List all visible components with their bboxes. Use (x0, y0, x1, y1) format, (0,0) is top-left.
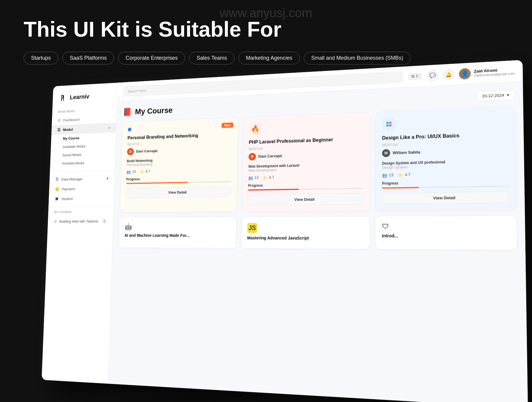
view-detail-button[interactable]: View Detail (126, 186, 231, 198)
dashboard-icon: ⊙ (58, 118, 61, 122)
progress-bar (382, 186, 509, 189)
chevron-down-icon: ▾ (108, 126, 110, 130)
date-picker[interactable]: 20-12-2024 ▾ (476, 90, 515, 101)
sidebar-divider-2 (48, 206, 113, 207)
tag-pill[interactable]: Startups (24, 52, 58, 64)
svg-point-3 (389, 124, 391, 127)
card-stats: 👥 13 ⭐ 4.7 (248, 173, 364, 180)
tag-pill[interactable]: Corporate Enterprises (118, 52, 185, 64)
my-course-section-label: My Course (48, 210, 113, 214)
sidebar-course-tailwind[interactable]: ≋ Building Web with Tailwind + (48, 215, 113, 227)
users-icon: 👥 (248, 175, 253, 180)
sidebar-item-label: Payment (62, 187, 75, 191)
students-stat: 👥 13 (126, 169, 136, 174)
progress-bar (248, 188, 363, 191)
star-icon: ⭐ (140, 169, 144, 174)
sidebar-item-label: Student (61, 197, 73, 201)
progress-bar (126, 181, 231, 184)
bottom-cards: 🤖 AI and Machine Learning Made For... JS… (119, 215, 517, 250)
course-card-3: Design Like a Pro: UI/UX Basics Mentor W… (375, 106, 517, 211)
js-icon: JS (247, 223, 257, 233)
tag-pill[interactable]: SaaS Platforms (62, 52, 114, 64)
rating-value: 4.7 (269, 175, 274, 179)
rating-stat: ⭐ 4.7 (262, 175, 274, 180)
rating-stat: ⭐ 4.7 (140, 169, 150, 174)
progress-label: Progress (248, 182, 363, 188)
modul-icon: ☰ (57, 128, 61, 132)
shortcut-icon: ⌘ (411, 74, 415, 79)
rating-value: 4.7 (405, 172, 411, 177)
tag-pill[interactable]: Sales Teams (189, 52, 234, 64)
blue-dot (128, 127, 132, 131)
user-text: Zaid Alrumi Zaidrumlone@gmail.com (474, 67, 515, 77)
mentor-row: W William Sabila (382, 146, 509, 157)
students-count: 13 (389, 173, 393, 177)
mockup-container: Learniv Main Menu ⊙ Dashboard ☰ Modul ▾ … (42, 60, 528, 402)
logo-area: Learniv (52, 90, 117, 111)
student-icon: 🎓 (55, 197, 59, 201)
students-stat: 👥 13 (248, 175, 259, 180)
data-manager-icon: 🗄 (55, 177, 59, 181)
shortcut-label: F (416, 74, 419, 78)
date-value: 20-12-2024 (482, 93, 504, 98)
rating-stat: ⭐ 4.7 (398, 172, 411, 177)
page-title-row: 📕 My Course (123, 106, 173, 117)
star-icon: ⭐ (398, 172, 403, 177)
chevron-down-icon: ▾ (106, 176, 108, 181)
content-area: 📕 My Course 20-12-2024 ▾ New (108, 82, 528, 402)
svg-rect-1 (389, 121, 391, 124)
ai-icon: 🤖 (125, 223, 231, 231)
sidebar-item-student[interactable]: 🎓 Student (49, 193, 114, 204)
sidebar-divider (50, 170, 115, 171)
mentor-row: D Dani Carvajal (127, 145, 232, 155)
sidebar-item-payment[interactable]: 🪙 Payment (49, 183, 114, 194)
page-title: My Course (135, 106, 173, 116)
users-icon: 👥 (382, 173, 387, 178)
topbar-actions: 💬 🔔 👤 Zaid Alrumi Zaidrumlone@gmail.com (427, 66, 515, 81)
sidebar-sub-archived[interactable]: Archived Modul (62, 158, 115, 168)
mentor-avatar: D (127, 148, 134, 155)
mentor-row: D Dani Carvajal (249, 150, 364, 161)
logo-svg (59, 93, 68, 103)
avatar: 👤 (459, 68, 471, 80)
course-card-1: New Personal Branding and Networking Men… (120, 117, 238, 212)
card-category: Design System and UX profesional Design … (382, 158, 509, 170)
sidebar-submenu: My Course Available Modul Saved Modul Ar… (50, 132, 116, 168)
new-badge: New (222, 122, 233, 128)
user-info[interactable]: 👤 Zaid Alrumi Zaidrumlone@gmail.com (459, 66, 515, 80)
mentor-avatar: D (249, 153, 256, 161)
card-title: Mastering Advanced JavaScript (247, 235, 363, 241)
plus-icon[interactable]: + (102, 218, 107, 224)
card-title: AI and Machine Learning Made For... (124, 233, 230, 238)
sidebar: Learniv Main Menu ⊙ Dashboard ☰ Modul ▾ … (42, 83, 118, 384)
chat-button[interactable]: 💬 (427, 70, 438, 81)
logo-text: Learniv (70, 93, 89, 101)
tag-pill[interactable]: Marketing Agencies (239, 52, 300, 64)
sidebar-item-label: Dashboard (63, 117, 80, 122)
sidebar-item-data-manager[interactable]: 🗄 Data Manager ▾ (49, 173, 115, 184)
view-detail-button[interactable]: View Detail (248, 193, 363, 205)
card-stats: 👥 13 ⭐ 4.7 (126, 167, 232, 174)
progress-fill (248, 189, 299, 190)
card-category: Build Networking Personal Branding (127, 156, 232, 167)
students-count: 13 (254, 176, 259, 180)
bottom-card-3: 🛡 Introd... (375, 215, 517, 250)
tags-row: StartupsSaaS PlatformsCorporate Enterpri… (24, 52, 508, 64)
progress-fill (382, 187, 419, 189)
keyboard-shortcut: ⌘ F (408, 73, 421, 80)
main-title: This UI Kit is Suitable For (24, 18, 508, 41)
students-stat: 👥 13 (382, 173, 393, 178)
card-title: Introd... (382, 233, 510, 239)
course-card-2: 🔥 PHP Laravel Professional as Beginner M… (242, 112, 370, 212)
mentor-name: William Sabila (392, 150, 420, 155)
card-stats: 👥 13 ⭐ 4.7 (382, 170, 509, 178)
view-detail-button[interactable]: View Detail (382, 191, 509, 204)
tag-pill[interactable]: Small and Medium Businesses (SMBs) (304, 52, 411, 64)
students-count: 13 (132, 170, 136, 174)
laravel-icon: 🔥 (249, 122, 262, 135)
app-inner: Learniv Main Menu ⊙ Dashboard ☰ Modul ▾ … (42, 60, 528, 402)
notification-button[interactable]: 🔔 (443, 69, 455, 80)
progress-section: Progress (382, 179, 509, 189)
cards-grid: New Personal Branding and Networking Men… (120, 106, 516, 213)
sidebar-item-label: Data Manager (61, 177, 82, 181)
